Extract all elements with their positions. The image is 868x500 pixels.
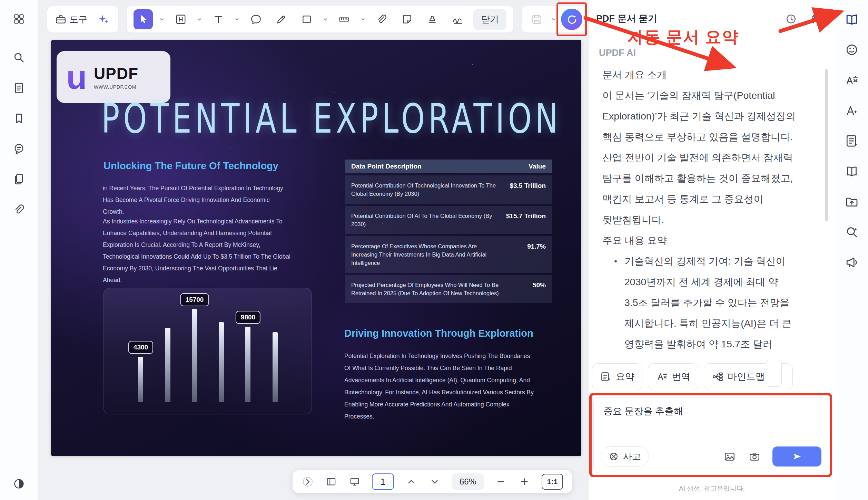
pdf-page[interactable]: u UPDF WWW.UPDF.COM POTENTIAL EXPLORATIO… <box>51 40 581 456</box>
updf-ai-button[interactable] <box>561 9 582 30</box>
chat-input-actions: 사고 <box>601 446 821 467</box>
apps-grid-icon[interactable] <box>12 12 26 26</box>
expand-panel-button[interactable] <box>302 475 314 488</box>
previous-page-button[interactable] <box>405 475 417 488</box>
shape-tool-button[interactable] <box>297 9 316 29</box>
sparkles-icon <box>97 13 109 25</box>
table-cell-description: Potential Contribution Of Technological … <box>351 181 500 198</box>
chart-bar-label: 4300 <box>128 341 153 354</box>
translate-icon[interactable] <box>844 73 859 88</box>
page-number-input[interactable]: 1 <box>372 473 394 490</box>
comment-tool-button[interactable] <box>246 9 266 29</box>
stamp-icon <box>426 13 438 25</box>
panel-title: PDF 문서 묻기 <box>596 12 657 25</box>
attachment-icon[interactable] <box>12 202 26 217</box>
chevron-down-icon[interactable] <box>159 16 165 22</box>
thumbnails-icon <box>326 477 336 487</box>
comments-icon[interactable] <box>12 142 26 156</box>
zoom-in-button[interactable] <box>518 475 531 488</box>
ai-message-line: 뒷받침됩니다. <box>602 209 815 230</box>
chart-bar-label: 15700 <box>180 293 209 306</box>
ai-sparkles-button[interactable] <box>93 9 113 29</box>
ai-message-line: 이 문서는 ‘기술의 잠재력 탐구(Potential <box>602 85 815 106</box>
comment-icon <box>250 13 262 25</box>
search-icon[interactable] <box>12 50 26 65</box>
export-folder-icon[interactable] <box>844 194 859 209</box>
slide-right-heading: Driving Innovation Through Exploration <box>344 328 533 339</box>
table-cell-value: $3.5 Trillion <box>505 181 546 190</box>
pages-icon[interactable] <box>12 172 26 186</box>
ai-translate-icon[interactable] <box>844 103 859 118</box>
close-button[interactable]: 닫기 <box>473 9 506 30</box>
settings-sliders-icon[interactable] <box>809 13 821 25</box>
slide-left-paragraph-2: As Industries Increasingly Rely On Techn… <box>103 215 296 286</box>
translate-chip[interactable]: 번역 <box>648 363 698 390</box>
save-button[interactable] <box>527 9 546 29</box>
bar-chart: 4300157009800 <box>103 288 312 414</box>
insert-image-button[interactable] <box>722 449 737 464</box>
signature-tool-button[interactable] <box>448 9 467 29</box>
chevron-down-icon[interactable] <box>551 16 557 22</box>
summary-chip[interactable]: 요약 <box>592 363 642 390</box>
zoom-out-button[interactable] <box>495 475 507 488</box>
slide-right-paragraph: Potential Exploration In Technology Invo… <box>344 350 537 423</box>
table-cell-description: Projected Percentage Of Employees Who Wi… <box>351 281 500 297</box>
ai-message-line: Exploration)’가 최근 기술 혁신과 경제성장의 <box>602 106 815 126</box>
updf-ai-swirl-icon <box>565 13 578 26</box>
ai-message-line: 기술혁신의 경제적 기여: 기술 혁신이 <box>602 251 815 271</box>
chart-bar-label: 9800 <box>236 311 260 324</box>
bookmark-icon[interactable] <box>12 111 26 126</box>
tools-button[interactable]: 도구 <box>53 9 89 29</box>
mindmap-chip[interactable]: 마인드맵 <box>704 363 793 390</box>
chevron-down-icon[interactable] <box>360 16 366 22</box>
chat-input[interactable]: 중요 문장을 추출해 <box>603 405 818 417</box>
document-canvas[interactable]: u UPDF WWW.UPDF.COM POTENTIAL EXPLORATIO… <box>38 39 588 500</box>
quick-action-chips: 요약 번역 마인드맵 <box>592 363 793 390</box>
sticker-tool-button[interactable] <box>397 9 417 29</box>
ai-message-line: 주요 내용 요약 <box>602 230 815 251</box>
text-tool-button[interactable] <box>209 9 228 29</box>
send-button[interactable] <box>772 446 821 467</box>
zoom-level[interactable]: 66% <box>452 473 484 490</box>
ai-message-line: 맥킨지 보고서 등 통계로 그 중요성이 <box>602 189 815 209</box>
thinking-mode-button[interactable]: 사고 <box>601 446 649 467</box>
chevron-down-icon[interactable] <box>196 16 203 22</box>
ai-message-line: 탐구를 이해하고 활용하는 것이 중요해졌고, <box>602 168 815 189</box>
ai-message-line: 3.5조 달러를 추가할 수 있다는 전망을 <box>602 292 815 313</box>
emoji-icon[interactable] <box>844 42 859 57</box>
next-page-button[interactable] <box>428 475 441 488</box>
panel-header-icons <box>785 13 821 25</box>
thumbnail-panel-button[interactable] <box>325 475 337 488</box>
table-header-description: Data Point Description <box>351 163 505 170</box>
table-header-row: Data Point Description Value <box>345 160 552 173</box>
frame-tool-button[interactable] <box>171 9 190 29</box>
slide-title: POTENTIAL EXPLORATION <box>101 95 561 142</box>
contrast-toggle-icon[interactable] <box>12 477 26 491</box>
chevron-down-icon[interactable] <box>322 16 328 22</box>
ai-form-icon[interactable] <box>844 133 859 148</box>
image-icon <box>724 451 736 462</box>
actual-size-button[interactable]: 1:1 <box>542 474 563 490</box>
table-row: Potential Contribution Of AI To The Glob… <box>345 206 552 234</box>
attachment-tool-button[interactable] <box>372 9 391 29</box>
announcement-icon[interactable] <box>844 255 859 270</box>
ai-message-line: 문서 개요 소개 <box>602 64 815 85</box>
chevron-down-icon[interactable] <box>234 16 240 22</box>
book-icon[interactable] <box>844 164 859 179</box>
stamp-tool-button[interactable] <box>423 9 442 29</box>
table-cell-description: Potential Contribution Of AI To The Glob… <box>351 212 500 228</box>
sticker-icon <box>401 13 413 25</box>
pen-tool-button[interactable] <box>272 9 291 29</box>
select-tool-button[interactable] <box>134 9 153 29</box>
page-thumbnails-icon[interactable] <box>12 81 26 95</box>
ai-search-icon[interactable] <box>844 224 859 240</box>
panel-scrollbar[interactable] <box>825 69 828 221</box>
screenshot-button[interactable] <box>747 449 762 464</box>
cursor-icon <box>137 13 149 25</box>
measure-tool-button[interactable] <box>334 9 354 29</box>
minus-icon <box>496 477 506 487</box>
history-icon[interactable] <box>785 13 797 25</box>
ai-reader-icon[interactable] <box>844 12 859 27</box>
presentation-mode-button[interactable] <box>348 475 361 488</box>
assistant-name: UPDF AI <box>599 48 636 58</box>
